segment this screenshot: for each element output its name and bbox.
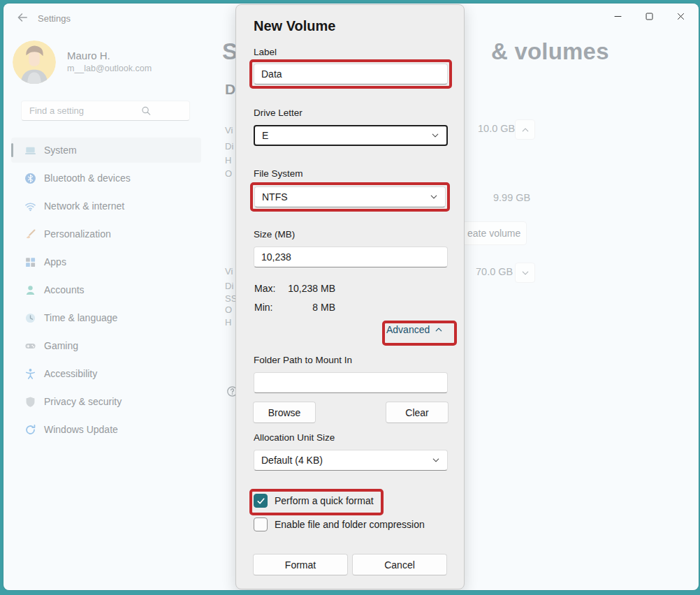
minimize-icon	[613, 12, 622, 21]
size-input[interactable]	[254, 247, 448, 267]
settings-window: Settings Mauro H. m__lab@outlook.com Fin…	[3, 3, 699, 590]
check-icon	[256, 497, 265, 506]
close-icon	[676, 12, 685, 21]
min-value: 8 MB	[272, 302, 335, 313]
chevron-down-icon	[432, 456, 440, 464]
file-system-value: NTFS	[262, 191, 430, 203]
maximize-button[interactable]	[634, 6, 665, 26]
advanced-label: Advanced	[386, 324, 430, 335]
drive-letter-label: Drive Letter	[254, 108, 302, 118]
max-value: 10,238 MB	[272, 283, 335, 294]
browse-label: Browse	[268, 407, 301, 418]
browse-button[interactable]: Browse	[253, 402, 316, 423]
format-label: Format	[285, 559, 316, 571]
chevron-down-icon	[431, 131, 439, 140]
allocation-unit-value: Default (4 KB)	[261, 455, 432, 466]
format-button[interactable]: Format	[253, 554, 348, 575]
compression-checkbox[interactable]	[254, 517, 268, 531]
window-controls	[602, 6, 697, 26]
allocation-unit-select[interactable]: Default (4 KB)	[254, 450, 448, 471]
cancel-label: Cancel	[384, 559, 415, 571]
clear-label: Clear	[405, 407, 428, 418]
folder-path-input[interactable]	[254, 372, 448, 393]
quick-format-checkbox[interactable]	[254, 494, 268, 508]
allocation-unit-label: Allocation Unit Size	[254, 432, 335, 443]
folder-path-label: Folder Path to Mount In	[254, 355, 352, 365]
min-label: Min:	[254, 302, 272, 313]
chevron-up-icon	[435, 325, 443, 334]
chevron-down-icon	[430, 193, 438, 201]
label-field-label: Label	[254, 47, 277, 57]
cancel-button[interactable]: Cancel	[352, 554, 447, 575]
size-label: Size (MB)	[254, 229, 295, 240]
advanced-toggle[interactable]: Advanced	[386, 324, 443, 335]
clear-button[interactable]: Clear	[386, 402, 449, 423]
quick-format-label: Perform a quick format	[275, 495, 374, 506]
dialog-title: New Volume	[254, 18, 335, 34]
drive-letter-select[interactable]: E	[254, 125, 448, 146]
drive-letter-value: E	[262, 130, 431, 141]
desktop: { "app": { "title": "Settings" }, "profi…	[0, 0, 700, 595]
minimize-button[interactable]	[602, 6, 634, 26]
maximize-icon	[645, 12, 654, 21]
file-system-select[interactable]: NTFS	[254, 186, 446, 207]
label-input[interactable]	[254, 64, 448, 85]
new-volume-dialog: New Volume Label Drive Letter E File Sys…	[235, 4, 465, 589]
file-system-label: File System	[254, 168, 303, 179]
compression-label: Enable file and folder compression	[275, 519, 425, 530]
close-button[interactable]	[665, 6, 697, 26]
